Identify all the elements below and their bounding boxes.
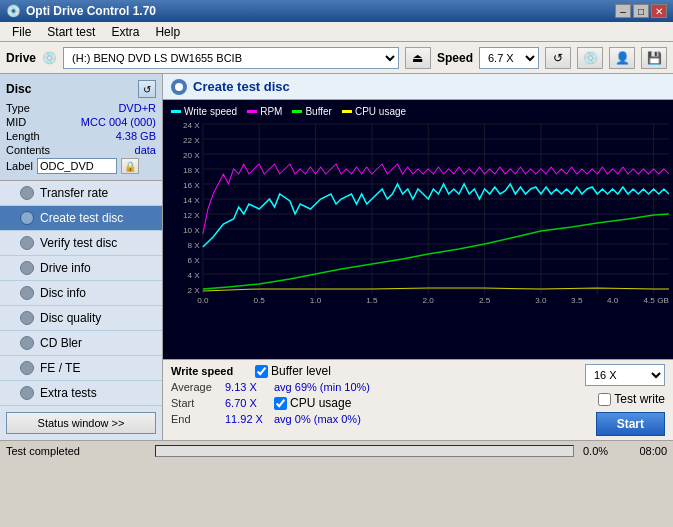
average-value: 9.13 X bbox=[225, 381, 270, 393]
sidebar-item-verify-test-disc[interactable]: Verify test disc bbox=[0, 231, 162, 256]
cpu-usage-label: CPU usage bbox=[290, 396, 351, 410]
progress-bar bbox=[155, 445, 574, 457]
menu-start-test[interactable]: Start test bbox=[39, 24, 103, 39]
sidebar-item-extra-tests[interactable]: Extra tests bbox=[0, 381, 162, 406]
disc-button[interactable]: 💿 bbox=[577, 47, 603, 69]
end-extra: avg 0% (max 0%) bbox=[274, 413, 361, 425]
title-bar-left: 💿 Opti Drive Control 1.70 bbox=[6, 4, 156, 18]
end-value: 11.92 X bbox=[225, 413, 270, 425]
chart-svg-container: 24 X 22 X 20 X 18 X 16 X 14 X 12 X 10 X … bbox=[167, 119, 669, 309]
stat-average: Average 9.13 X avg 69% (min 10%) bbox=[171, 381, 577, 393]
refresh-button[interactable]: ↺ bbox=[545, 47, 571, 69]
disc-mid-value: MCC 004 (000) bbox=[81, 116, 156, 128]
sidebar-item-fe-te[interactable]: FE / TE bbox=[0, 356, 162, 381]
drive-icon: 💿 bbox=[42, 51, 57, 65]
disc-type-row: Type DVD+R bbox=[6, 102, 156, 114]
transfer-rate-icon bbox=[20, 186, 34, 200]
minimize-button[interactable]: – bbox=[615, 4, 631, 18]
test-write-checkbox[interactable] bbox=[598, 393, 611, 406]
stat-start: Start 6.70 X CPU usage bbox=[171, 396, 577, 410]
drive-info-label: Drive info bbox=[40, 261, 91, 275]
chart-legend: Write speed RPM Buffer CPU usage bbox=[167, 104, 669, 119]
rpm-legend-dot bbox=[247, 110, 257, 113]
drive-label: Drive bbox=[6, 51, 36, 65]
write-speed-select[interactable]: 16 X 8 X 4 X 2 X bbox=[585, 364, 665, 386]
legend-cpu: CPU usage bbox=[342, 106, 406, 117]
sidebar: Disc ↺ Type DVD+R MID MCC 004 (000) Leng… bbox=[0, 74, 163, 440]
transfer-rate-label: Transfer rate bbox=[40, 186, 108, 200]
sidebar-item-create-test-disc[interactable]: Create test disc bbox=[0, 206, 162, 231]
write-speed-legend-label: Write speed bbox=[184, 106, 237, 117]
title-bar-buttons: – □ ✕ bbox=[615, 4, 667, 18]
end-label: End bbox=[171, 413, 221, 425]
disc-length-row: Length 4.38 GB bbox=[6, 130, 156, 142]
menu-extra[interactable]: Extra bbox=[103, 24, 147, 39]
write-speed-legend-dot bbox=[171, 110, 181, 113]
close-button[interactable]: ✕ bbox=[651, 4, 667, 18]
stats-col-left: Write speed Buffer level Average 9.13 X … bbox=[171, 364, 577, 428]
drive-info-icon bbox=[20, 261, 34, 275]
disc-refresh-button[interactable]: ↺ bbox=[138, 80, 156, 98]
create-test-disc-icon bbox=[20, 211, 34, 225]
cpu-usage-checkbox[interactable] bbox=[274, 397, 287, 410]
drive-select[interactable]: (H:) BENQ DVD LS DW1655 BCIB bbox=[63, 47, 399, 69]
sidebar-item-drive-info[interactable]: Drive info bbox=[0, 256, 162, 281]
disc-mid-row: MID MCC 004 (000) bbox=[6, 116, 156, 128]
svg-text:22 X: 22 X bbox=[183, 136, 200, 145]
svg-text:8 X: 8 X bbox=[187, 241, 200, 250]
status-window-button[interactable]: Status window >> bbox=[6, 412, 156, 434]
disc-quality-icon bbox=[20, 311, 34, 325]
panel-title: Create test disc bbox=[193, 79, 290, 94]
menu-file[interactable]: File bbox=[4, 24, 39, 39]
cd-bler-icon bbox=[20, 336, 34, 350]
cd-bler-label: CD Bler bbox=[40, 336, 82, 350]
buffer-level-checkbox[interactable] bbox=[255, 365, 268, 378]
panel-icon bbox=[171, 79, 187, 95]
maximize-button[interactable]: □ bbox=[633, 4, 649, 18]
drive-row: Drive 💿 (H:) BENQ DVD LS DW1655 BCIB ⏏ S… bbox=[0, 42, 673, 74]
svg-text:4.5 GB: 4.5 GB bbox=[644, 296, 669, 305]
title-bar: 💿 Opti Drive Control 1.70 – □ ✕ bbox=[0, 0, 673, 22]
disc-contents-value: data bbox=[135, 144, 156, 156]
legend-write-speed: Write speed bbox=[171, 106, 237, 117]
rpm-legend-label: RPM bbox=[260, 106, 282, 117]
disc-label-row: Label 🔒 bbox=[6, 158, 156, 174]
start-button[interactable]: Start bbox=[596, 412, 665, 436]
sidebar-item-cd-bler[interactable]: CD Bler bbox=[0, 331, 162, 356]
svg-point-0 bbox=[175, 83, 183, 91]
svg-text:4 X: 4 X bbox=[187, 271, 200, 280]
create-test-disc-label: Create test disc bbox=[40, 211, 123, 225]
buffer-legend-dot bbox=[292, 110, 302, 113]
person-button[interactable]: 👤 bbox=[609, 47, 635, 69]
start-label: Start bbox=[171, 397, 221, 409]
sidebar-item-disc-info[interactable]: Disc info bbox=[0, 281, 162, 306]
eject-button[interactable]: ⏏ bbox=[405, 47, 431, 69]
svg-text:18 X: 18 X bbox=[183, 166, 200, 175]
verify-test-disc-icon bbox=[20, 236, 34, 250]
menu-help[interactable]: Help bbox=[147, 24, 188, 39]
menu-bar: File Start test Extra Help bbox=[0, 22, 673, 42]
disc-type-value: DVD+R bbox=[118, 102, 156, 114]
disc-label-input[interactable] bbox=[37, 158, 117, 174]
svg-text:10 X: 10 X bbox=[183, 226, 200, 235]
svg-text:4.0: 4.0 bbox=[607, 296, 619, 305]
svg-text:24 X: 24 X bbox=[183, 121, 200, 130]
save-button[interactable]: 💾 bbox=[641, 47, 667, 69]
svg-text:14 X: 14 X bbox=[183, 196, 200, 205]
disc-info-icon bbox=[20, 286, 34, 300]
svg-text:0.0: 0.0 bbox=[197, 296, 209, 305]
svg-text:2.5: 2.5 bbox=[479, 296, 491, 305]
bottom-area: Write speed Buffer level Average 9.13 X … bbox=[163, 359, 673, 440]
fe-te-icon bbox=[20, 361, 34, 375]
legend-rpm: RPM bbox=[247, 106, 282, 117]
svg-text:3.5: 3.5 bbox=[571, 296, 583, 305]
speed-label: Speed bbox=[437, 51, 473, 65]
svg-text:20 X: 20 X bbox=[183, 151, 200, 160]
disc-type-label: Type bbox=[6, 102, 30, 114]
cpu-usage-check-label: CPU usage bbox=[274, 396, 351, 410]
test-write-label: Test write bbox=[614, 392, 665, 406]
sidebar-item-transfer-rate[interactable]: Transfer rate bbox=[0, 181, 162, 206]
speed-select[interactable]: 6.7 X bbox=[479, 47, 539, 69]
disc-label-icon-button[interactable]: 🔒 bbox=[121, 158, 139, 174]
sidebar-item-disc-quality[interactable]: Disc quality bbox=[0, 306, 162, 331]
